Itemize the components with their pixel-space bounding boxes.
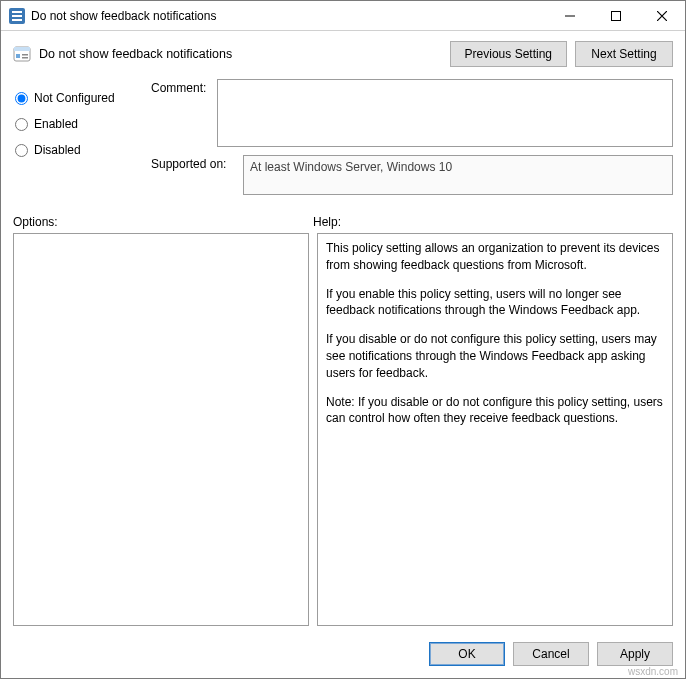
options-label: Options:	[13, 215, 313, 229]
radio-not-configured-input[interactable]	[15, 92, 28, 105]
config-area: Not Configured Enabled Disabled Comment:…	[1, 73, 685, 211]
svg-rect-2	[12, 15, 22, 17]
fields-area: Comment: Supported on:	[151, 77, 673, 203]
radio-not-configured-label: Not Configured	[34, 91, 115, 105]
radio-disabled[interactable]: Disabled	[13, 137, 151, 163]
dialog-footer: OK Cancel Apply	[1, 634, 685, 678]
policy-icon	[13, 45, 31, 63]
help-p2: If you enable this policy setting, users…	[326, 286, 664, 320]
radio-enabled-label: Enabled	[34, 117, 78, 131]
close-button[interactable]	[639, 1, 685, 31]
cancel-button[interactable]: Cancel	[513, 642, 589, 666]
radio-enabled[interactable]: Enabled	[13, 111, 151, 137]
help-p3: If you disable or do not configure this …	[326, 331, 664, 381]
svg-rect-3	[12, 19, 22, 21]
panes: This policy setting allows an organizati…	[1, 233, 685, 634]
pane-labels: Options: Help:	[1, 211, 685, 233]
minimize-button[interactable]	[547, 1, 593, 31]
radio-enabled-input[interactable]	[15, 118, 28, 131]
apply-button[interactable]: Apply	[597, 642, 673, 666]
supported-label: Supported on:	[151, 155, 243, 171]
maximize-button[interactable]	[593, 1, 639, 31]
state-radios: Not Configured Enabled Disabled	[13, 77, 151, 203]
help-pane[interactable]: This policy setting allows an organizati…	[317, 233, 673, 626]
radio-disabled-input[interactable]	[15, 144, 28, 157]
help-label: Help:	[313, 215, 673, 229]
svg-rect-7	[16, 54, 20, 58]
svg-rect-6	[14, 47, 30, 51]
svg-rect-1	[12, 11, 22, 13]
app-icon	[9, 8, 25, 24]
comment-input[interactable]	[217, 79, 673, 147]
help-p1: This policy setting allows an organizati…	[326, 240, 664, 274]
policy-header: Do not show feedback notifications Previ…	[1, 31, 685, 73]
window-title: Do not show feedback notifications	[31, 9, 547, 23]
titlebar: Do not show feedback notifications	[1, 1, 685, 31]
help-p4: Note: If you disable or do not configure…	[326, 394, 664, 428]
policy-title: Do not show feedback notifications	[39, 47, 442, 61]
previous-setting-button[interactable]: Previous Setting	[450, 41, 567, 67]
options-pane[interactable]	[13, 233, 309, 626]
svg-rect-8	[22, 54, 28, 56]
supported-value	[243, 155, 673, 195]
radio-not-configured[interactable]: Not Configured	[13, 85, 151, 111]
ok-button[interactable]: OK	[429, 642, 505, 666]
next-setting-button[interactable]: Next Setting	[575, 41, 673, 67]
svg-rect-4	[612, 11, 621, 20]
comment-label: Comment:	[151, 79, 217, 95]
svg-rect-9	[22, 57, 28, 59]
radio-disabled-label: Disabled	[34, 143, 81, 157]
